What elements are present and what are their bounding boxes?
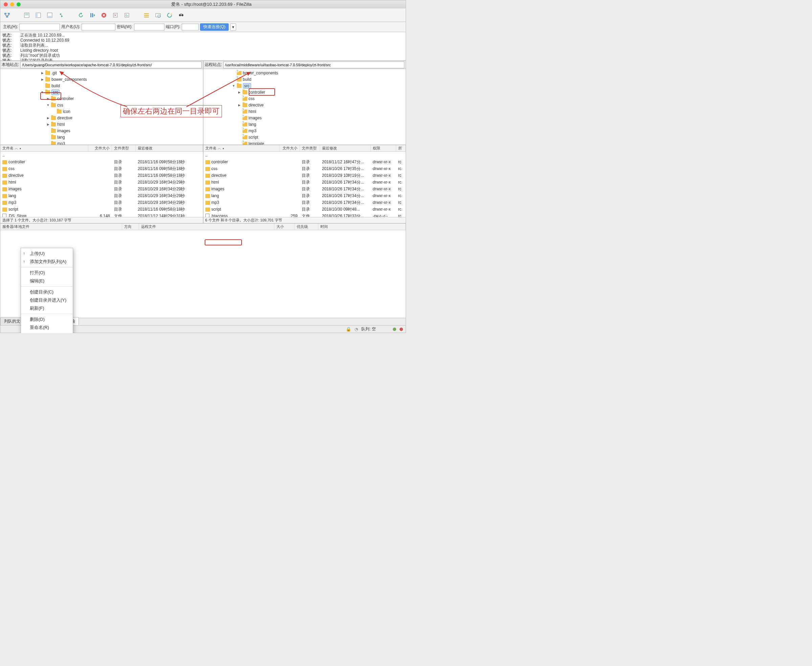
cancel-button[interactable] bbox=[99, 10, 109, 20]
file-row[interactable]: .. bbox=[0, 152, 203, 158]
tree-node[interactable]: ▼css bbox=[0, 102, 203, 108]
tree-node[interactable]: lang bbox=[0, 134, 203, 140]
file-row[interactable]: lang目录2018/10/29 16时34分29秒 bbox=[0, 192, 203, 199]
tree-node[interactable]: ▶directive bbox=[203, 102, 406, 108]
tree-node[interactable]: ▶bower_components bbox=[0, 76, 203, 82]
process-queue-button[interactable] bbox=[88, 10, 97, 20]
reconnect-button[interactable] bbox=[122, 10, 132, 20]
context-menu-item[interactable]: 编辑(E) bbox=[21, 277, 73, 285]
tree-node[interactable]: build bbox=[203, 76, 406, 82]
file-row[interactable]: images目录2018/10/29 16时34分29秒 bbox=[0, 186, 203, 192]
disclosure-icon[interactable]: ▶ bbox=[41, 71, 44, 75]
context-menu-item[interactable]: 创建目录并进入(Y) bbox=[21, 296, 73, 304]
tree-node[interactable]: ▶directive bbox=[0, 115, 203, 121]
col-server[interactable]: 服务器/本地文件 bbox=[0, 223, 122, 230]
port-input[interactable] bbox=[182, 24, 198, 30]
file-row[interactable]: lang目录2018/10/26 17时34分...drwxr-xr-xrc bbox=[203, 192, 406, 199]
local-file-list[interactable]: ..controller目录2018/11/16 09时58分18秒css目录2… bbox=[0, 152, 203, 217]
col-modified[interactable]: 最近修改 bbox=[136, 145, 203, 152]
refresh-button[interactable] bbox=[76, 10, 86, 20]
file-row[interactable]: directive目录2018/10/29 10时19分...drwxr-xr-… bbox=[203, 172, 406, 179]
disclosure-icon[interactable]: ▶ bbox=[46, 116, 50, 120]
local-file-header[interactable]: 文件名 ︿ 文件大小 文件类型 最近修改 bbox=[0, 145, 203, 152]
file-row[interactable]: mp3目录2018/10/29 16时34分29秒 bbox=[0, 199, 203, 206]
local-path-input[interactable] bbox=[20, 61, 201, 68]
disclosure-icon[interactable]: ▶ bbox=[46, 123, 50, 126]
tree-node[interactable]: ▶.git bbox=[0, 70, 203, 76]
message-log[interactable]: 状态:正在连接 10.12.203.69...状态:Connected to 1… bbox=[0, 32, 406, 61]
minimize-icon[interactable] bbox=[10, 2, 14, 7]
tree-node[interactable]: mp3 bbox=[203, 127, 406, 134]
context-menu-item[interactable]: 创建目录(C) bbox=[21, 288, 73, 296]
tree-node[interactable]: ▶html bbox=[0, 121, 203, 127]
quickconnect-button[interactable]: 快速连接(Q) bbox=[200, 23, 229, 31]
file-row[interactable]: directive目录2018/11/16 09时58分18秒 bbox=[0, 172, 203, 179]
disconnect-button[interactable] bbox=[111, 10, 120, 20]
disclosure-icon[interactable]: ▶ bbox=[41, 78, 44, 81]
toggle-queue-button[interactable] bbox=[45, 10, 55, 20]
context-menu-item[interactable]: 刷新(F) bbox=[21, 304, 73, 312]
tree-node[interactable]: ▼src bbox=[203, 82, 406, 89]
col-priority[interactable]: 优先级 bbox=[295, 223, 318, 230]
disclosure-icon[interactable]: ▶ bbox=[238, 91, 241, 94]
col-perm[interactable]: 权限 bbox=[371, 145, 396, 152]
compare-button[interactable] bbox=[153, 10, 163, 20]
col-size[interactable]: 文件大小 bbox=[279, 145, 300, 152]
close-icon[interactable] bbox=[4, 2, 8, 7]
file-row[interactable]: script目录2018/10/30 09时48...drwxr-xr-xrc bbox=[203, 206, 406, 213]
filter-button[interactable] bbox=[142, 10, 151, 20]
tree-node[interactable]: ▶controller bbox=[0, 96, 203, 102]
file-row[interactable]: css目录2018/11/16 09时58分18秒 bbox=[0, 165, 203, 172]
tree-node[interactable]: ▼src bbox=[0, 89, 203, 96]
tree-node[interactable]: ▶controller bbox=[203, 89, 406, 96]
file-row[interactable]: html目录2018/10/29 16时34分29秒 bbox=[0, 179, 203, 186]
quickconnect-history-button[interactable]: ▾ bbox=[230, 23, 236, 31]
local-tree[interactable]: ▶.git▶bower_componentsbuild▼src▶controll… bbox=[0, 69, 203, 145]
col-modified[interactable]: 最近修改 bbox=[320, 145, 371, 152]
file-row[interactable]: mp3目录2018/10/26 17时34分...drwxr-xr-xrc bbox=[203, 199, 406, 206]
col-owner[interactable]: 所 bbox=[396, 145, 406, 152]
col-filename[interactable]: 文件名 ︿ bbox=[0, 145, 88, 152]
zoom-icon[interactable] bbox=[17, 2, 21, 7]
context-menu-item[interactable]: 打开(O) bbox=[21, 269, 73, 277]
col-type[interactable]: 文件类型 bbox=[112, 145, 136, 152]
context-menu-item[interactable]: ↑上传(U) bbox=[21, 249, 73, 257]
tree-node[interactable]: icon bbox=[0, 108, 203, 115]
col-time[interactable]: 时间 bbox=[318, 223, 406, 230]
sync-browse-button[interactable] bbox=[56, 10, 66, 20]
context-menu-item[interactable]: ↑添加文件到队列(A) bbox=[21, 257, 73, 266]
tree-node[interactable]: bower_components bbox=[203, 70, 406, 76]
tree-node[interactable]: images bbox=[203, 115, 406, 121]
file-row[interactable]: controller目录2018/11/16 09时58分18秒 bbox=[0, 158, 203, 165]
titlebar[interactable]: 爱帛 - sftp://root@10.12.203.69 - FileZill… bbox=[0, 0, 406, 8]
disclosure-icon[interactable]: ▼ bbox=[46, 104, 50, 107]
tree-node[interactable]: build bbox=[0, 82, 203, 89]
remote-path-input[interactable] bbox=[223, 61, 404, 68]
search-button[interactable] bbox=[176, 10, 186, 20]
file-row[interactable]: controller目录2018/11/12 16时47分...drwxr-xr… bbox=[203, 158, 406, 165]
file-row[interactable]: script目录2018/11/16 09时58分18秒 bbox=[0, 206, 203, 213]
disclosure-icon[interactable]: ▼ bbox=[41, 91, 44, 94]
tree-node[interactable]: html bbox=[203, 108, 406, 115]
tree-node[interactable]: lang bbox=[203, 121, 406, 127]
host-input[interactable] bbox=[19, 24, 60, 30]
col-size[interactable]: 大小 bbox=[275, 223, 295, 230]
context-menu-item[interactable]: 重命名(R) bbox=[21, 323, 73, 331]
remote-file-list[interactable]: ..controller目录2018/11/12 16时47分...drwxr-… bbox=[203, 152, 406, 217]
remote-tree[interactable]: bower_componentsbuild▼src▶controllercss▶… bbox=[203, 69, 406, 145]
tree-node[interactable]: images bbox=[0, 127, 203, 134]
tree-node[interactable]: css bbox=[203, 96, 406, 102]
col-filename[interactable]: 文件名 ︿ bbox=[203, 145, 279, 152]
tree-node[interactable]: script bbox=[203, 134, 406, 140]
col-remote[interactable]: 远程文件 bbox=[139, 223, 275, 230]
disclosure-icon[interactable]: ▼ bbox=[232, 84, 235, 87]
disclosure-icon[interactable]: ▶ bbox=[46, 97, 50, 101]
col-size[interactable]: 文件大小 bbox=[88, 145, 112, 152]
context-menu-item[interactable]: 删除(D) bbox=[21, 315, 73, 323]
auto-button[interactable] bbox=[165, 10, 174, 20]
file-row[interactable]: css目录2018/10/26 17时35分...drwxr-xr-xrc bbox=[203, 165, 406, 172]
file-row[interactable]: .DS_Store6,148文件2018/11/12 14时29分31秒 bbox=[0, 213, 203, 217]
file-row[interactable]: html目录2018/10/26 17时34分...drwxr-xr-xrc bbox=[203, 179, 406, 186]
col-direction[interactable]: 方向 bbox=[122, 223, 139, 230]
col-type[interactable]: 文件类型 bbox=[300, 145, 320, 152]
